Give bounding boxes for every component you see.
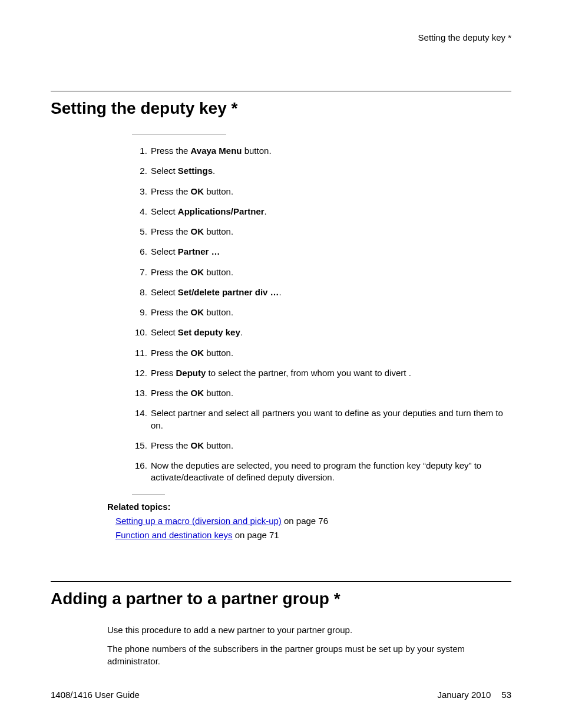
related-link[interactable]: Function and destination keys (115, 530, 232, 540)
step-item: Press the OK button. (150, 440, 511, 452)
step-bold-term: OK (191, 267, 204, 277)
step-bold-term: Applications/Partner (178, 206, 265, 216)
step-bold-term: OK (191, 348, 204, 358)
step-bold-term: OK (191, 226, 204, 236)
section-rule (51, 581, 511, 582)
step-bold-term: Set/delete partner div … (178, 287, 279, 297)
step-item: Select Set deputy key. (150, 327, 511, 338)
paragraph: Use this procedure to add a new partner … (107, 624, 511, 636)
step-bold-term: Settings (178, 166, 213, 176)
section-title-setting-deputy: Setting the deputy key * (51, 97, 511, 120)
paragraph: The phone numbers of the subscribers in … (107, 643, 511, 667)
step-item: Press the OK button. (150, 347, 511, 359)
steps-block: Press the Avaya Menu button.Select Setti… (132, 134, 511, 495)
footer-page-number: 53 (501, 689, 511, 701)
related-link-line: Setting up a macro (diversion and pick-u… (115, 515, 511, 527)
step-item: Press the OK button. (150, 266, 511, 278)
steps-list: Press the Avaya Menu button.Select Setti… (132, 145, 511, 484)
page-footer: 1408/1416 User Guide January 2010 53 (51, 689, 511, 701)
step-bold-term: Set deputy key (178, 327, 240, 337)
step-item: Press the OK button. (150, 387, 511, 399)
step-item: Select Set/delete partner div …. (150, 286, 511, 298)
section-title-adding-partner: Adding a partner to a partner group * (51, 588, 511, 610)
step-bold-term: OK (191, 440, 204, 450)
step-item: Press the Avaya Menu button. (150, 145, 511, 157)
step-item: Press the OK button. (150, 226, 511, 238)
step-item: Now the deputies are selected, you need … (150, 460, 511, 484)
step-item: Select Settings. (150, 165, 511, 177)
footer-date: January 2010 (437, 689, 491, 701)
step-bold-term: OK (191, 186, 204, 196)
footer-guide-name: 1408/1416 User Guide (51, 689, 140, 701)
running-header: Setting the deputy key * (51, 32, 511, 44)
step-item: Select Partner … (150, 246, 511, 258)
step-item: Select partner and select all partners y… (150, 407, 511, 431)
step-item: Select Applications/Partner. (150, 206, 511, 218)
step-bold-term: Deputy (176, 368, 206, 378)
step-bold-term: Partner … (178, 246, 220, 256)
page: Setting the deputy key * Setting the dep… (0, 0, 562, 728)
step-bold-term: OK (191, 307, 204, 317)
related-topics: Related topics: Setting up a macro (dive… (107, 501, 511, 542)
step-item: Press the OK button. (150, 186, 511, 197)
related-links: Setting up a macro (diversion and pick-u… (115, 515, 511, 542)
short-rule (132, 134, 226, 134)
related-title: Related topics: (107, 501, 511, 513)
step-bold-term: Avaya Menu (191, 146, 242, 156)
step-bold-term: OK (191, 388, 204, 398)
related-link[interactable]: Setting up a macro (diversion and pick-u… (115, 516, 282, 526)
tiny-rule (132, 495, 165, 495)
step-item: Press the OK button. (150, 307, 511, 318)
related-link-line: Function and destination keys on page 71 (115, 529, 511, 541)
step-item: Press Deputy to select the partner, from… (150, 367, 511, 379)
section-rule (51, 91, 511, 91)
